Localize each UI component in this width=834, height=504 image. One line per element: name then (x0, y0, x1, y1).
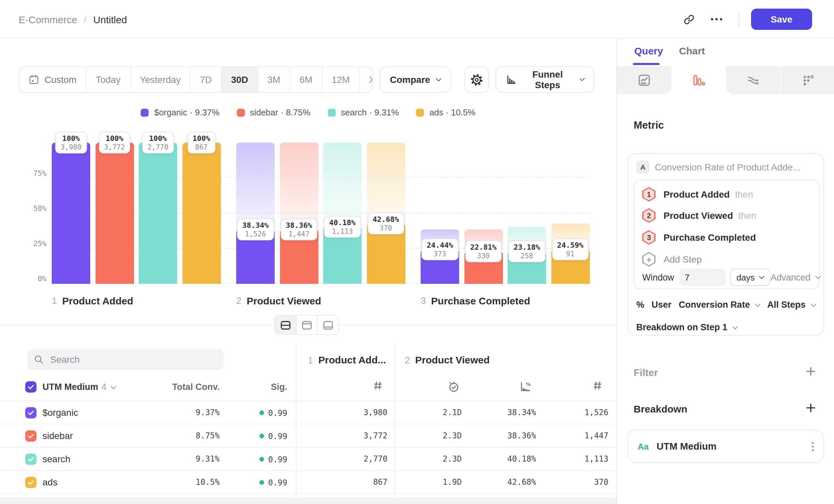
insights-tab[interactable] (617, 66, 672, 94)
tab-chart[interactable]: Chart (679, 45, 705, 56)
count-column-icon[interactable] (373, 381, 383, 393)
breadcrumb-project[interactable]: E-Commerce (19, 14, 77, 25)
range-label: Custom (44, 74, 76, 85)
more-menu-button[interactable] (707, 9, 726, 29)
table-row[interactable]: search9.31%0.992,7702.3D40.18%1,113 (0, 448, 616, 471)
table-row[interactable]: $organic9.37%0.993,9802.1D38.34%1,526 (0, 401, 616, 425)
retention-tab[interactable] (780, 66, 834, 94)
check-icon (27, 409, 35, 416)
row-checkbox[interactable] (25, 407, 37, 418)
search-input[interactable] (49, 353, 217, 365)
layout-table-only-button[interactable] (317, 316, 338, 334)
range-30d[interactable]: 30D (221, 67, 258, 92)
hash-icon (373, 381, 383, 391)
row-checkbox[interactable] (25, 430, 37, 442)
row-checkbox[interactable] (25, 454, 37, 465)
breakdown-property-card[interactable]: Aa UTM Medium (628, 430, 824, 463)
add-step-label: Add Step (663, 254, 702, 265)
table-row[interactable]: sidebar8.75%0.993,7722.3D38.36%1,447 (0, 425, 616, 448)
metric-type-selector[interactable]: Conversion Rate (679, 300, 760, 310)
add-filter-button[interactable] (806, 366, 816, 377)
analysis-type-tabs (617, 66, 834, 94)
plus-icon (806, 403, 815, 412)
breakdown-options-button[interactable] (811, 441, 814, 451)
table-search[interactable] (27, 349, 224, 370)
range-yesterday[interactable]: Yesterday (130, 67, 190, 92)
advanced-toggle[interactable]: Advanced (771, 272, 820, 282)
add-breakdown-button[interactable] (806, 403, 816, 413)
copy-link-button[interactable] (679, 9, 699, 29)
compare-label: Compare (390, 74, 430, 85)
range-today[interactable]: Today (86, 67, 130, 92)
check-icon (27, 383, 35, 391)
bar-pct: 42.68% (373, 215, 399, 224)
range-xtd[interactable]: XTD (359, 67, 373, 92)
row-step2-count: 1,447 (557, 425, 609, 448)
select-all-checkbox[interactable] (25, 381, 37, 393)
table-scroll-edge (0, 497, 616, 504)
total-conv-column-header[interactable]: Total Conv. (153, 382, 220, 392)
avg-time-column-icon[interactable] (448, 381, 460, 395)
active-tab-underline (633, 63, 659, 65)
compare-button[interactable]: Compare (379, 66, 451, 93)
bar-pct: 24.59% (557, 241, 584, 249)
funnel-bar-label: 22.81%330 (465, 241, 502, 262)
breakdown-column-header[interactable]: UTM Medium 4 (42, 382, 115, 392)
row-name: ads (42, 471, 58, 494)
chart-type-label: Funnel Steps (522, 69, 574, 90)
chart-toolbar: Custom Today Yesterday 7D 30D 3M 6M 12M … (19, 66, 594, 93)
range-3m[interactable]: 3M (258, 67, 290, 92)
metric-series-row[interactable]: A Conversion Rate of Product Adde... (636, 160, 817, 174)
range-7d[interactable]: 7D (190, 67, 221, 92)
conv-rate-column-icon[interactable]: % (520, 381, 531, 395)
bar-count: 867 (193, 143, 210, 151)
range-12m[interactable]: 12M (322, 67, 359, 92)
chart-settings-button[interactable] (465, 66, 489, 93)
range-custom[interactable]: Custom (19, 67, 86, 92)
table-row[interactable]: ads10.5%0.998671.9D42.68%370 (0, 471, 616, 494)
chart-type-selector[interactable]: Funnel Steps (496, 66, 594, 93)
kebab-icon (811, 441, 814, 451)
legend-item[interactable]: ads · 10.5% (416, 108, 475, 117)
save-button[interactable]: Save (751, 8, 812, 30)
row-avg-time: 2.3D (418, 425, 462, 448)
row-name: $organic (42, 401, 78, 425)
bar-count: 3,772 (104, 143, 125, 151)
link-icon (683, 14, 694, 25)
legend-item[interactable]: search · 9.31% (328, 108, 399, 117)
breakdown-on-selector[interactable]: Breakdown on Step 1 (636, 322, 738, 332)
steps-scope-selector[interactable]: All Steps (767, 300, 816, 310)
funnel-step-row[interactable]: 1 Product Added then (642, 187, 753, 202)
count-column-icon[interactable] (592, 381, 602, 393)
calendar-icon (28, 74, 39, 85)
funnel-step-row[interactable]: 3 Purchase Completed (642, 230, 756, 245)
ellipsis-icon (710, 18, 723, 21)
significance-column-header[interactable]: Sig. (254, 382, 287, 392)
significance-dot (259, 457, 264, 462)
funnel-bar[interactable] (182, 143, 221, 284)
funnel-bar-label: 38.34%1,526 (237, 219, 274, 241)
funnel-step-row[interactable]: 2 Product Viewed then (642, 208, 756, 223)
funnel-bar[interactable] (95, 143, 134, 284)
breadcrumb-title[interactable]: Untitled (93, 14, 127, 25)
entity-selector[interactable]: User (652, 300, 672, 310)
window-unit-select[interactable]: days (730, 269, 771, 286)
add-step-button[interactable]: + Add Step (642, 252, 702, 267)
row-checkbox[interactable] (25, 477, 37, 488)
legend-item[interactable]: sidebar · 8.75% (237, 108, 310, 117)
funnel-bar-label: 38.36%1,447 (280, 219, 317, 241)
step-badge: 3 (642, 230, 656, 245)
legend-item[interactable]: $organic · 9.37% (141, 108, 220, 117)
window-value-input[interactable] (679, 269, 726, 286)
layout-split-button[interactable] (275, 316, 296, 334)
range-6m[interactable]: 6M (290, 67, 322, 92)
layout-chart-only-button[interactable] (296, 316, 317, 334)
flows-tab[interactable] (726, 66, 780, 94)
check-icon (27, 432, 35, 440)
funnel-bar[interactable] (52, 143, 90, 284)
funnel-bar[interactable] (139, 143, 177, 284)
tab-query[interactable]: Query (634, 45, 663, 56)
funnels-tab[interactable] (672, 66, 726, 94)
step-axis-label-2: 2 Product Viewed (236, 294, 321, 307)
steps-scope-label: All Steps (767, 300, 806, 310)
